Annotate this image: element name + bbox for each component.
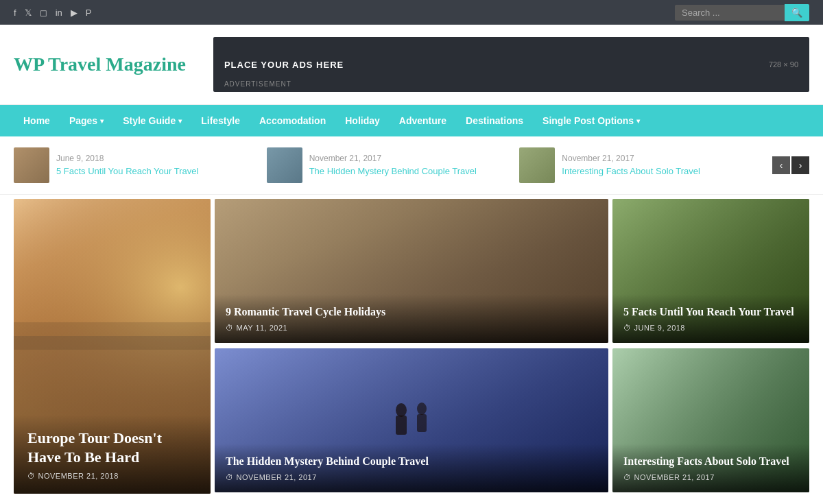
site-logo[interactable]: WP Travel Magazine	[14, 53, 186, 75]
svg-point-5	[417, 403, 427, 415]
ticker-info-1: June 9, 2018 5 Facts Until You Reach You…	[56, 154, 198, 178]
clock-icon-bottom-right: ⏱	[623, 473, 632, 481]
grid-title-center: Europe Tour Doesn't Have To Be Hard	[27, 429, 197, 468]
grid-title-top-right: 5 Facts Until You Reach Your Travel	[623, 305, 798, 320]
nav-single-post-options[interactable]: Single Post Options▾	[533, 105, 649, 136]
search-input[interactable]	[675, 5, 785, 21]
ticker-prev-button[interactable]: ‹	[772, 156, 790, 174]
ticker-date-2: November 21, 2017	[309, 154, 477, 163]
grid-item-bottom-left[interactable]: The Hidden Mystery Behind Couple Travel …	[215, 348, 608, 492]
nav-lifestyle[interactable]: Lifestyle	[191, 105, 250, 136]
ticker-item-1: June 9, 2018 5 Facts Until You Reach You…	[14, 147, 239, 183]
ticker-date-1: June 9, 2018	[56, 154, 198, 163]
article-grid: 9 Romantic Travel Cycle Holidays ⏱ MAY 1…	[0, 195, 823, 504]
grid-date-bottom-left: ⏱ NOVEMBER 21, 2017	[226, 473, 597, 481]
grid-date-center: ⏱ NOVEMBER 21, 2018	[27, 472, 197, 480]
nav-pages[interactable]: Pages▾	[60, 105, 113, 136]
youtube-icon[interactable]: ▶	[71, 8, 77, 18]
ticker-info-3: November 21, 2017 Interesting Facts Abou…	[562, 154, 700, 178]
chevron-down-icon: ▾	[100, 117, 104, 125]
grid-item-center[interactable]: Europe Tour Doesn't Have To Be Hard ⏱ NO…	[14, 199, 211, 494]
ticker-title-3[interactable]: Interesting Facts About Solo Travel	[562, 166, 700, 178]
ticker-info-2: November 21, 2017 The Hidden Mystery Beh…	[309, 154, 477, 178]
ticker-nav: ‹ ›	[772, 156, 809, 174]
grid-date-top-left: ⏱ MAY 11, 2021	[226, 324, 597, 332]
grid-overlay-bottom-left: The Hidden Mystery Behind Couple Travel …	[215, 444, 608, 492]
grid-item-bottom-right[interactable]: Interesting Facts About Solo Travel ⏱ NO…	[612, 348, 809, 492]
twitter-icon[interactable]: 𝕏	[25, 8, 32, 18]
grid-date-bottom-right: ⏱ NOVEMBER 21, 2017	[623, 473, 798, 481]
pinterest-icon[interactable]: P	[86, 8, 92, 18]
search-bar: 🔍	[675, 4, 809, 21]
grid-title-top-left: 9 Romantic Travel Cycle Holidays	[226, 305, 597, 320]
facebook-icon[interactable]: f	[14, 8, 16, 18]
ticker-thumb-3	[519, 147, 555, 183]
nav-home[interactable]: Home	[14, 105, 60, 136]
svg-rect-4	[396, 416, 407, 435]
ticker: June 9, 2018 5 Facts Until You Reach You…	[0, 136, 823, 195]
linkedin-icon[interactable]: in	[56, 8, 62, 18]
clock-icon-center: ⏱	[27, 472, 36, 480]
grid-title-bottom-left: The Hidden Mystery Behind Couple Travel	[226, 455, 597, 469]
chevron-down-icon: ▾	[178, 117, 182, 125]
ad-banner: PLACE YOUR ADS HERE 728 × 90 ADVERTISEME…	[213, 37, 809, 92]
header: WP Travel Magazine PLACE YOUR ADS HERE 7…	[0, 25, 823, 105]
svg-rect-6	[417, 414, 427, 432]
nav-style-guide[interactable]: Style Guide▾	[113, 105, 191, 136]
svg-point-3	[396, 403, 407, 417]
grid-overlay-bottom-right: Interesting Facts About Solo Travel ⏱ NO…	[612, 444, 809, 492]
ad-top-text: PLACE YOUR ADS HERE	[224, 60, 344, 70]
ad-size: 728 × 90	[769, 60, 798, 69]
svg-rect-2	[14, 322, 211, 350]
instagram-icon[interactable]: ◻	[40, 8, 47, 18]
grid-overlay-top-left: 9 Romantic Travel Cycle Holidays ⏱ MAY 1…	[215, 294, 608, 343]
grid-title-bottom-right: Interesting Facts About Solo Travel	[623, 455, 798, 469]
main-nav: Home Pages▾ Style Guide▾ Lifestyle Accom…	[0, 105, 823, 136]
nav-holiday[interactable]: Holiday	[335, 105, 390, 136]
grid-overlay-center: Europe Tour Doesn't Have To Be Hard ⏱ NO…	[14, 415, 211, 494]
nav-adventure[interactable]: Adventure	[390, 105, 456, 136]
nav-accommodation[interactable]: Accomodation	[250, 105, 335, 136]
search-button[interactable]: 🔍	[785, 4, 809, 21]
ticker-title-1[interactable]: 5 Facts Until You Reach Your Travel	[56, 166, 198, 178]
ticker-next-button[interactable]: ›	[791, 156, 809, 174]
ad-label: ADVERTISEMENT	[224, 80, 291, 88]
grid-item-top-left[interactable]: 9 Romantic Travel Cycle Holidays ⏱ MAY 1…	[215, 199, 608, 343]
grid-item-top-right[interactable]: 5 Facts Until You Reach Your Travel ⏱ JU…	[612, 199, 809, 343]
ticker-item-3: November 21, 2017 Interesting Facts Abou…	[519, 147, 745, 183]
nav-destinations[interactable]: Destinations	[456, 105, 533, 136]
ticker-thumb-2	[267, 147, 302, 183]
ticker-date-3: November 21, 2017	[562, 154, 700, 163]
clock-icon: ⏱	[226, 324, 234, 332]
chevron-down-icon: ▾	[636, 117, 640, 125]
grid-overlay-top-right: 5 Facts Until You Reach Your Travel ⏱ JU…	[612, 294, 809, 343]
ticker-title-2[interactable]: The Hidden Mystery Behind Couple Travel	[309, 166, 477, 178]
clock-icon-bottom-left: ⏱	[226, 473, 234, 481]
clock-icon-top-right: ⏱	[623, 324, 632, 332]
ticker-thumb-1	[14, 147, 49, 183]
ticker-item-2: November 21, 2017 The Hidden Mystery Beh…	[267, 147, 492, 183]
social-icons: f 𝕏 ◻ in ▶ P	[14, 8, 91, 18]
top-bar: f 𝕏 ◻ in ▶ P 🔍	[0, 0, 823, 25]
grid-date-top-right: ⏱ JUNE 9, 2018	[623, 324, 798, 332]
